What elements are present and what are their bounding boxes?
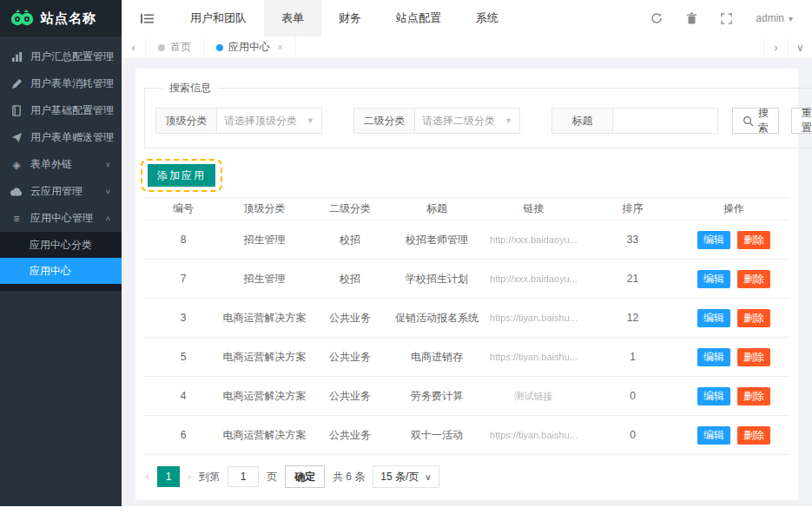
refresh-icon[interactable] (650, 12, 663, 24)
sidebar-item-app-center-category[interactable]: 应用中心分类 (0, 232, 122, 258)
topbar: 用户和团队 表单 财务 站点配置 系统 admin ▾ (122, 0, 812, 36)
sidebar: 站点名称 用户汇总配置管理 用户表单消耗管理 用户基础配置管理 (0, 0, 122, 506)
col-header-top-category: 顶级分类 (222, 201, 307, 216)
sidebar-item-label: 用户表单消耗管理 (30, 76, 114, 91)
row-actions: 编辑 删除 (678, 270, 789, 288)
delete-button[interactable]: 删除 (737, 309, 770, 327)
search-icon (743, 115, 754, 127)
title-label: 标题 (552, 109, 613, 133)
table-row: 3 电商运营解决方案 公共业务 促销活动报名系统 https://tiyan.b… (144, 299, 789, 338)
sidebar-item-label: 云应用管理 (30, 184, 97, 199)
delete-button[interactable]: 删除 (737, 348, 770, 366)
edit-button[interactable]: 编辑 (697, 348, 730, 366)
edit-button[interactable]: 编辑 (697, 387, 730, 405)
edit-button[interactable]: 编辑 (697, 270, 730, 288)
add-app-button[interactable]: 添加应用 (148, 164, 215, 187)
nav-label: 系统 (476, 10, 498, 26)
top-category-select[interactable]: 请选择顶级分类 ▼ (217, 109, 321, 133)
sidebar-item-app-center-mgmt[interactable]: ≡ 应用中心管理 ∧ (0, 205, 122, 232)
sidebar-item-label: 用户表单赠送管理 (30, 130, 114, 145)
close-tab-icon[interactable]: × (277, 42, 283, 54)
chevron-up-icon: ∧ (105, 214, 111, 222)
tab-home[interactable]: 首页 (146, 36, 204, 58)
delete-button[interactable]: 删除 (737, 231, 770, 249)
cell-second-category: 校招 (307, 233, 393, 247)
sidebar-item-base-config[interactable]: 用户基础配置管理 (0, 97, 122, 124)
delete-button[interactable]: 删除 (737, 387, 770, 405)
nav-label: 财务 (339, 10, 361, 26)
sidebar-item-cloud-apps[interactable]: 云应用管理 ∨ (0, 178, 122, 205)
prev-page-icon[interactable]: ‹ (146, 471, 149, 483)
nav-item-system[interactable]: 系统 (459, 0, 516, 36)
edit-button[interactable]: 编辑 (697, 309, 730, 327)
nav-item-users-teams[interactable]: 用户和团队 (173, 0, 264, 36)
col-header-link: 链接 (480, 201, 587, 216)
list-icon: ≡ (10, 213, 23, 225)
trash-icon[interactable] (686, 12, 697, 24)
title-input[interactable] (613, 109, 717, 133)
cell-link: 测试链接 (480, 390, 587, 403)
cell-sort: 0 (587, 390, 678, 402)
submenu-padding (0, 284, 122, 291)
bar-chart-icon (10, 51, 23, 63)
cell-link: http://xxx.baidaoyu... (480, 234, 587, 245)
sidebar-item-form-consume[interactable]: 用户表单消耗管理 (0, 70, 122, 97)
nav-item-site-config[interactable]: 站点配置 (379, 0, 459, 36)
page-size-select[interactable]: 15 条/页 ∨ (373, 465, 439, 488)
confirm-page-button[interactable]: 确定 (285, 465, 325, 488)
sidebar-submenu: 应用中心分类 应用中心 (0, 232, 122, 291)
total-count-label: 共 6 条 (333, 470, 365, 484)
table-row: 5 电商运营解决方案 公共业务 电商进销存 https://tiyan.bais… (144, 338, 789, 377)
sidebar-item-user-summary[interactable]: 用户汇总配置管理 (0, 43, 122, 70)
chevron-down-icon: ▼ (307, 116, 314, 125)
add-app-wrap: 添加应用 (148, 164, 215, 187)
tabs-scroll-right-icon[interactable]: › (763, 36, 788, 58)
second-category-select[interactable]: 请选择二级分类 ▼ (415, 109, 519, 133)
sidebar-item-app-center[interactable]: 应用中心 (0, 258, 122, 284)
nav-item-forms[interactable]: 表单 (264, 0, 321, 36)
cell-second-category: 公共业务 (307, 311, 393, 326)
second-category-label: 二级分类 (354, 109, 415, 133)
tab-app-center[interactable]: 应用中心 × (204, 36, 296, 58)
collapse-sidebar-icon[interactable] (122, 13, 173, 24)
user-menu[interactable]: admin ▾ (756, 12, 793, 24)
send-icon (10, 132, 23, 143)
cell-sort: 33 (587, 234, 678, 246)
cell-top-category: 电商运营解决方案 (222, 389, 307, 404)
row-actions: 编辑 删除 (678, 231, 789, 249)
edit-button[interactable]: 编辑 (697, 426, 730, 445)
reset-button-label: 重置 (802, 106, 812, 135)
tabs-menu-icon[interactable]: ∨ (788, 36, 812, 58)
delete-button[interactable]: 删除 (737, 426, 770, 445)
logo-bar: 站点名称 (0, 0, 122, 36)
edit-button[interactable]: 编辑 (697, 231, 730, 249)
second-category-placeholder: 请选择二级分类 (422, 114, 495, 128)
row-actions: 编辑 删除 (678, 426, 789, 445)
cell-link: http://xxx.baidaoyu... (480, 273, 587, 284)
search-button[interactable]: 搜 索 (732, 108, 779, 134)
site-logo-icon (10, 10, 34, 27)
submenu-item-label: 应用中心分类 (30, 238, 92, 253)
tab-label: 首页 (170, 40, 191, 55)
delete-button[interactable]: 删除 (737, 270, 770, 288)
tab-dot-icon (158, 44, 165, 51)
cell-id: 3 (144, 312, 222, 324)
nav-item-finance[interactable]: 财务 (321, 0, 379, 36)
cell-title: 劳务费计算 (393, 389, 480, 404)
goto-page-input[interactable] (228, 466, 259, 487)
row-actions: 编辑 删除 (678, 348, 789, 366)
next-page-icon[interactable]: › (188, 471, 191, 483)
sidebar-item-form-gift[interactable]: 用户表单赠送管理 (0, 124, 122, 151)
diamond-icon: ◈ (10, 159, 23, 171)
current-page-button[interactable]: 1 (157, 466, 180, 487)
table-row: 8 招生管理 校招 校招老师管理 http://xxx.baidaoyu... … (144, 221, 789, 260)
tab-label: 应用中心 (228, 40, 270, 55)
tabs-scroll-left-icon[interactable]: ‹ (122, 36, 146, 58)
app-window: 站点名称 用户汇总配置管理 用户表单消耗管理 用户基础配置管理 (0, 0, 812, 506)
sidebar-item-form-links[interactable]: ◈ 表单外链 ∨ (0, 151, 122, 178)
reset-button[interactable]: 重置 (791, 108, 812, 134)
col-header-title: 标题 (393, 201, 480, 216)
cell-second-category: 公共业务 (307, 428, 393, 443)
row-actions: 编辑 删除 (678, 387, 789, 405)
fullscreen-icon[interactable] (721, 13, 732, 24)
